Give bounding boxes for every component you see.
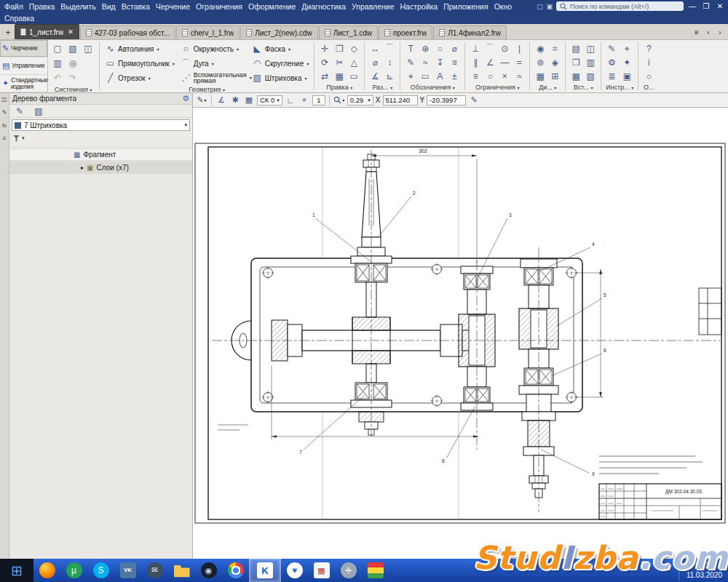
misc-tool-icon[interactable]: ○ [641,69,656,83]
minimize-button[interactable]: — [687,2,697,10]
system-tool-icon[interactable]: ▢ [50,41,65,55]
geometry-tool-button[interactable]: ⋰ Вспомогательная прямая ▾ [178,71,248,85]
window-layout-icon-2[interactable]: ▣ [546,3,553,10]
instrument-tool-icon[interactable]: ⚙ [604,55,619,69]
taskbar-clock[interactable]: 21:29 11.03.2020 [678,560,728,581]
document-tab[interactable]: cherv_l_1.frw [176,25,240,39]
document-tab[interactable]: 427-03 рабочая обст... [80,25,175,39]
constraint-tool-icon[interactable]: ⌒ [483,41,497,55]
document-tab[interactable]: Лист_1.cdw [319,25,378,39]
misc-tool-icon[interactable]: i [641,55,656,69]
notation-tool-icon[interactable]: ≡ [447,55,462,69]
notation-tool-icon[interactable]: ⌀ [447,41,462,55]
ortho-icon[interactable]: ∟ [285,95,296,105]
constraint-tool-icon[interactable]: ∠ [483,55,497,69]
dimension-tool-icon[interactable]: ⌀ [368,55,382,69]
x-coordinate-value[interactable]: 511.240 [383,95,418,105]
command-search-input[interactable]: Поиск по командам (Alt+/) [556,1,684,11]
constraint-tool-icon[interactable]: ⊙ [497,41,512,55]
menu-item[interactable]: Настройка [397,1,440,12]
constraint-tool-icon[interactable]: — [497,55,512,69]
system-tool-icon[interactable]: ◎ [66,56,80,70]
side-panel-tab-icon[interactable]: fx [1,121,9,129]
dimension-tool-icon[interactable]: ↔ [368,41,382,55]
edit-tool-icon[interactable]: ⇄ [317,69,332,83]
tree-node-fragment[interactable]: ▦ Фрагмент [9,148,192,161]
system-tool-icon[interactable]: ↶ [50,71,65,84]
notation-tool-icon[interactable]: ✎ [403,55,418,69]
notations-group-label[interactable]: Обозначения ▾ [403,83,462,92]
chrome-icon[interactable] [222,559,249,582]
instrument-tool-icon[interactable]: ✎ [604,41,619,55]
insert-tool-icon[interactable]: ▤ [569,41,583,55]
diagnostics-tool-icon[interactable]: ⌗ [547,41,562,55]
edit-tool-icon[interactable]: △ [347,55,361,69]
diagnostics-tool-icon[interactable]: ⊞ [547,69,562,83]
vk-icon[interactable]: VK [114,559,141,582]
edit-tool-icon[interactable]: ▭ [347,69,361,83]
instruments-group-label[interactable]: Инстр... ▾ [604,83,635,92]
insert-tool-icon[interactable]: ▥ [583,55,598,69]
edit-tool-icon[interactable]: ▦ [332,69,347,83]
edit-tool-icon[interactable]: ⟳ [317,55,332,69]
edit-tool-icon[interactable]: ✛ [317,41,332,55]
notation-tool-icon[interactable]: ⌖ [403,69,418,83]
menu-item[interactable]: Вставка [119,1,153,12]
maximize-button[interactable]: ❐ [701,2,711,10]
mode-button[interactable]: ✦ Стандартные изделия [0,75,47,92]
firefox-icon[interactable] [33,559,60,582]
notation-tool-icon[interactable]: ⊕ [418,41,432,55]
geometry-tool-button[interactable]: ∿ Автолиния ▾ [103,41,177,56]
constraint-tool-icon[interactable]: ∣ [512,41,526,55]
coordinate-system-select[interactable]: СК 0▾ [257,95,282,105]
chevron-down-icon[interactable]: ▾ [22,135,25,141]
mode-button[interactable]: ✎ Черчение [0,40,47,57]
geometry-tool-button[interactable]: ⌒ Дуга ▾ [178,56,248,71]
tab-close-icon[interactable]: ✕ [68,28,74,36]
menu-item[interactable]: Файл [1,1,26,12]
document-tab[interactable]: проект.frw [379,25,432,39]
menu-item[interactable]: Приложения [440,1,491,12]
y-coordinate-value[interactable]: -20.3997 [427,95,466,105]
constraint-tool-icon[interactable]: ≡ [468,69,483,83]
tab-scroll-left-button[interactable]: ‹ [703,26,713,38]
instrument-tool-icon[interactable]: ⌖ [620,41,634,55]
filter-icon[interactable] [13,135,20,142]
zoom-icon[interactable]: ▾ [333,95,345,105]
skype-icon[interactable]: S [87,559,114,582]
edit-tool-icon[interactable]: ❐ [332,41,347,55]
fragment-properties-icon[interactable]: ✎ [12,104,27,118]
constraints-group-label[interactable]: Ограничения ▾ [468,83,526,92]
insert-tool-icon[interactable]: ◫ [583,41,598,55]
insert-group-label[interactable]: Вст... ▾ [569,83,598,92]
geometry-tool-button[interactable]: ○ Окружность ▾ [178,41,248,56]
constraint-tool-icon[interactable]: ∥ [468,55,483,69]
menu-item[interactable]: Окно [491,1,515,12]
diagnostics-group-label[interactable]: Ди... ▾ [533,83,562,92]
tab-scroll-right-button[interactable]: › [715,26,725,38]
window-layout-icon[interactable]: ▢ [537,3,543,10]
menu-item[interactable]: Черчение [153,1,193,12]
constraint-tool-icon[interactable]: ⊥ [468,41,483,55]
notation-tool-icon[interactable]: A [432,69,447,83]
snap-icon[interactable]: ✱ [229,95,241,105]
edit-pencil-icon[interactable]: ✎ [468,95,480,105]
drawing-canvas[interactable]: 302 1 2 3 [193,108,728,559]
menu-item[interactable]: Вид [99,1,119,12]
dimensions-group-label[interactable]: Раз... ▾ [368,83,397,92]
geometry-tool-button[interactable]: ╱ Отрезок ▾ [103,71,177,85]
side-panel-tab-icon[interactable]: ◫ [1,95,9,103]
menu-item-help[interactable]: Справка [1,13,37,23]
instrument-tool-icon[interactable]: ▣ [620,69,634,83]
system-tool-icon[interactable] [81,56,95,70]
diagnostics-tool-icon[interactable]: ▦ [533,69,547,83]
insert-tool-icon[interactable]: ❐ [569,55,583,69]
edit-group-label[interactable]: Правка ▾ [317,83,361,92]
diagnostics-tool-icon[interactable]: ⊚ [533,55,547,69]
tree-node-layers[interactable]: ▸ ▣ Слои (x7) [9,162,192,174]
geometry-tool-button[interactable]: ▨ Штриховка ▾ [250,71,312,85]
menu-item[interactable]: Выделить [58,1,98,12]
grid-icon[interactable]: ▦ [243,95,255,105]
dimension-tool-icon[interactable]: ∡ [368,69,382,83]
angle-snap-icon[interactable]: ∡ [215,95,227,105]
